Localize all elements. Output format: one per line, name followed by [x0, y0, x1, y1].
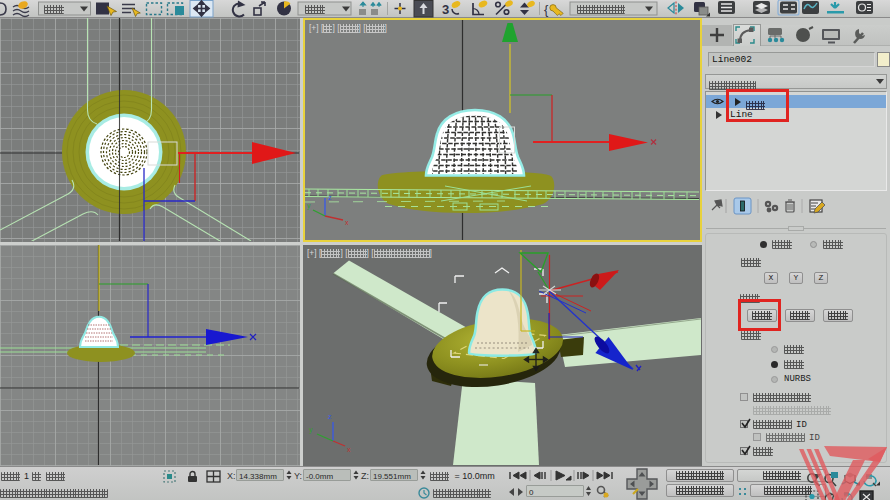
svg-text:y: y	[309, 426, 313, 434]
svg-text:{: {	[544, 2, 549, 17]
svg-text:x: x	[347, 446, 351, 453]
svg-text:3: 3	[442, 2, 449, 17]
svg-text:z: z	[328, 413, 332, 420]
svg-text:z: z	[328, 194, 332, 201]
svg-text:y: y	[307, 202, 311, 210]
svg-text:x: x	[345, 219, 349, 226]
